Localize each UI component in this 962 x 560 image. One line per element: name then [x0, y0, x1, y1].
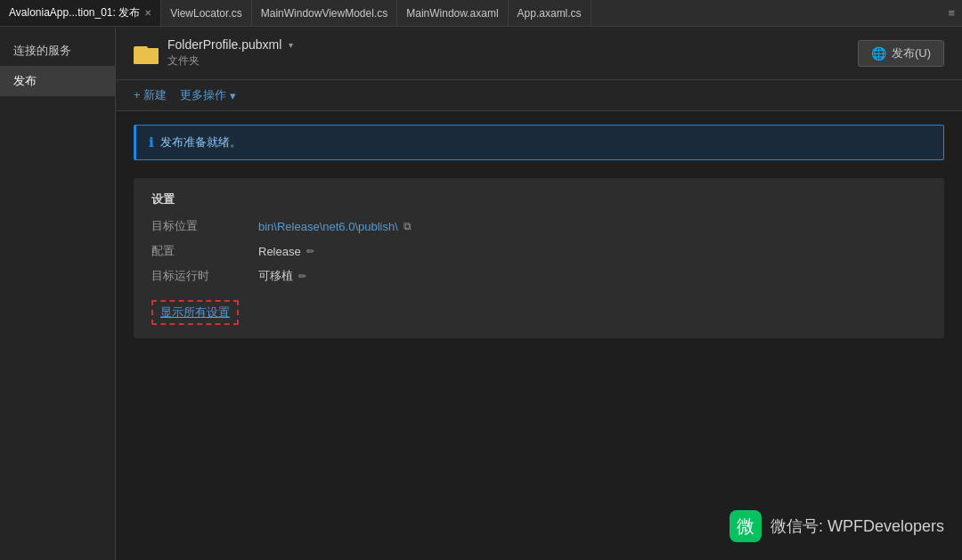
new-button-label: + 新建: [134, 87, 167, 103]
profile-title-group: FolderProfile.pubxml ▾ 文件夹: [134, 37, 293, 69]
connected-services-label: 连接的服务: [13, 44, 71, 57]
settings-row-config: 配置 Release ✏: [151, 243, 926, 259]
tab-overflow-button[interactable]: ≡: [941, 0, 962, 26]
profile-header: FolderProfile.pubxml ▾ 文件夹 🌐 发布(U): [116, 27, 962, 80]
profile-dropdown-arrow[interactable]: ▾: [289, 40, 293, 50]
runtime-edit-icon[interactable]: ✏: [298, 271, 306, 282]
tab-viewlocator[interactable]: ViewLocator.cs: [161, 0, 252, 26]
wechat-icon: 微: [730, 510, 762, 542]
profile-subtitle: 文件夹: [167, 53, 293, 69]
config-value-text: Release: [258, 245, 301, 258]
profile-info: FolderProfile.pubxml ▾ 文件夹: [167, 37, 293, 69]
config-edit-icon[interactable]: ✏: [306, 246, 314, 257]
tab-main-close[interactable]: ✕: [144, 8, 151, 18]
title-bar: AvaloniaApp...tion_01: 发布 ✕ ViewLocator.…: [0, 0, 962, 27]
tab-mainwindowviewmodel-label: MainWindowViewModel.cs: [261, 7, 388, 20]
main-layout: 连接的服务 发布 FolderProfile.pubxml ▾ 文件夹 🌐: [0, 27, 962, 560]
folder-icon: [134, 43, 159, 64]
show-all-settings-label: 显示所有设置: [160, 305, 230, 319]
more-actions-button[interactable]: 更多操作 ▾: [180, 87, 236, 103]
publish-button[interactable]: 🌐 发布(U): [858, 40, 944, 67]
overflow-icon: ≡: [948, 6, 955, 20]
settings-row-target-location: 目标位置 bin\Release\net6.0\publish\ ⧉: [151, 218, 926, 234]
info-icon: ℹ: [149, 135, 153, 150]
publish-button-label: 发布(U): [892, 45, 931, 61]
watermark: 微 微信号: WPFDevelopers: [730, 510, 944, 542]
copy-icon[interactable]: ⧉: [404, 220, 412, 232]
content-area: FolderProfile.pubxml ▾ 文件夹 🌐 发布(U) + 新建 …: [116, 27, 962, 560]
publish-label: 发布: [13, 74, 37, 87]
watermark-text: 微信号: WPFDevelopers: [770, 515, 944, 537]
settings-panel: 设置 目标位置 bin\Release\net6.0\publish\ ⧉ 配置…: [134, 178, 944, 338]
runtime-value-text: 可移植: [258, 268, 293, 284]
toolbar: + 新建 更多操作 ▾: [116, 80, 962, 111]
settings-title: 设置: [151, 191, 926, 207]
more-actions-dropdown-icon: ▾: [230, 89, 236, 102]
sidebar: 连接的服务 发布: [0, 27, 116, 560]
tab-mainwindow-label: MainWindow.axaml: [406, 7, 498, 20]
target-location-label: 目标位置: [151, 218, 258, 234]
tab-app[interactable]: App.axaml.cs: [509, 0, 591, 26]
new-button[interactable]: + 新建: [134, 87, 167, 103]
runtime-label: 目标运行时: [151, 268, 258, 284]
tab-main-label: AvaloniaApp...tion_01: 发布: [9, 5, 140, 20]
tab-mainwindow[interactable]: MainWindow.axaml: [397, 0, 508, 26]
config-label: 配置: [151, 243, 258, 259]
sidebar-item-publish[interactable]: 发布: [0, 66, 115, 96]
show-all-settings-link[interactable]: 显示所有设置: [151, 300, 239, 325]
tab-mainwindowviewmodel[interactable]: MainWindowViewModel.cs: [252, 0, 398, 26]
info-banner: ℹ 发布准备就绪。: [134, 125, 944, 160]
tab-main[interactable]: AvaloniaApp...tion_01: 发布 ✕: [0, 0, 161, 26]
tab-app-label: App.axaml.cs: [518, 7, 582, 20]
sidebar-item-connected-services[interactable]: 连接的服务: [0, 36, 115, 66]
publish-button-icon: 🌐: [871, 46, 886, 61]
target-location-link[interactable]: bin\Release\net6.0\publish\: [258, 220, 398, 233]
profile-name: FolderProfile.pubxml: [167, 37, 281, 52]
tab-viewlocator-label: ViewLocator.cs: [170, 7, 242, 20]
more-actions-label: 更多操作: [180, 87, 226, 103]
config-value: Release ✏: [258, 245, 314, 258]
wechat-icon-label: 微: [737, 515, 754, 539]
info-banner-text: 发布准备就绪。: [160, 134, 241, 150]
runtime-value: 可移植 ✏: [258, 268, 306, 284]
settings-row-runtime: 目标运行时 可移植 ✏: [151, 268, 926, 284]
target-location-value: bin\Release\net6.0\publish\ ⧉: [258, 220, 412, 233]
